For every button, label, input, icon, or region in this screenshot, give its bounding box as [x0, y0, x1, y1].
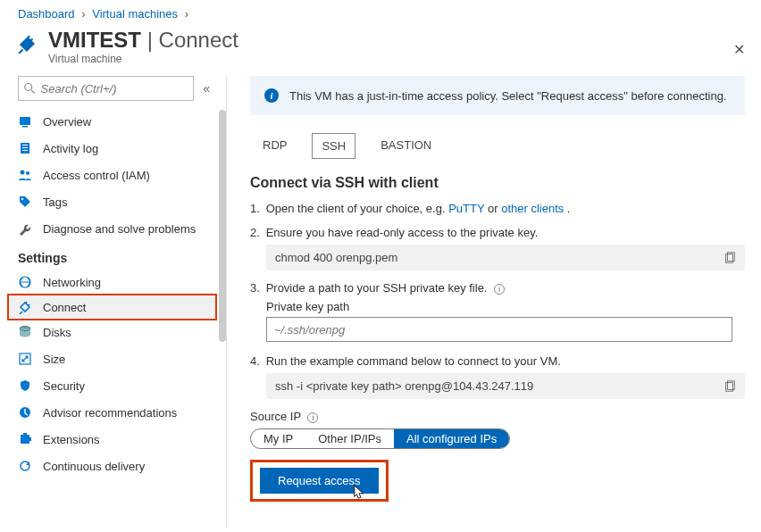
- sidebar-item-tags[interactable]: Tags: [0, 188, 226, 215]
- sidebar-item-connect[interactable]: Connect: [7, 294, 217, 320]
- sidebar-item-label: Extensions: [43, 433, 100, 446]
- chevron-right-icon: ›: [81, 7, 85, 21]
- sidebar-item-networking[interactable]: Networking: [0, 269, 226, 295]
- code-ssh: ssh -i <private key path> orenpg@104.43.…: [266, 373, 745, 399]
- step-4: 4. Run the example command below to conn…: [250, 354, 745, 399]
- svg-line-1: [31, 90, 35, 94]
- pill-all-configured-ips[interactable]: All configured IPs: [394, 429, 509, 448]
- sidebar-item-label: Connect: [43, 301, 86, 314]
- page-subtitle: Virtual machine: [48, 53, 238, 65]
- copy-icon[interactable]: [723, 380, 736, 393]
- svg-rect-5: [22, 145, 28, 145]
- ext-icon: [18, 432, 32, 446]
- svg-rect-16: [21, 435, 29, 444]
- sidebar-item-label: Networking: [43, 276, 101, 289]
- sidebar-item-size[interactable]: Size: [0, 345, 226, 372]
- sidebar-item-overview[interactable]: Overview: [0, 108, 226, 135]
- sidebar-item-label: Continuous delivery: [43, 460, 145, 473]
- chevron-right-icon: ›: [185, 7, 188, 21]
- sidebar-item-label: Size: [43, 353, 65, 366]
- breadcrumb: Dashboard › Virtual machines ›: [0, 0, 761, 24]
- svg-rect-6: [22, 147, 28, 148]
- tab-rdp[interactable]: RDP: [254, 133, 296, 159]
- copy-icon[interactable]: [723, 252, 736, 264]
- sidebar-item-label: Access control (IAM): [43, 169, 150, 182]
- breadcrumb-dashboard[interactable]: Dashboard: [18, 7, 75, 21]
- main-panel: i This VM has a just-in-time access poli…: [227, 76, 761, 528]
- svg-point-10: [21, 198, 23, 200]
- tag-icon: [18, 195, 32, 209]
- sidebar-item-access-control-iam-[interactable]: Access control (IAM): [0, 162, 226, 188]
- sidebar-item-label: Advisor recommendations: [43, 406, 177, 420]
- search-icon: [24, 82, 36, 95]
- log-icon: [18, 141, 32, 155]
- section-heading: Connect via SSH with client: [250, 175, 745, 191]
- info-bar-text: This VM has a just-in-time access policy…: [289, 89, 726, 103]
- net-icon: [18, 275, 32, 289]
- svg-rect-17: [23, 433, 27, 436]
- help-icon[interactable]: i: [307, 412, 318, 423]
- shield-icon: [18, 378, 32, 393]
- source-ip-row: Source IP i My IPOther IP/IPsAll configu…: [250, 410, 745, 449]
- svg-rect-7: [22, 150, 28, 151]
- svg-rect-2: [20, 117, 30, 125]
- sidebar-item-extensions[interactable]: Extensions: [0, 426, 226, 453]
- sidebar-item-label: Diagnose and solve problems: [43, 222, 196, 236]
- step-3: 3. Provide a path to your SSH private ke…: [250, 281, 745, 342]
- svg-rect-3: [22, 126, 28, 128]
- search-box[interactable]: [18, 76, 194, 101]
- sidebar-item-diagnose-and-solve-problems[interactable]: Diagnose and solve problems: [0, 215, 226, 242]
- svg-point-9: [26, 171, 29, 175]
- tabs: RDPSSHBASTION: [254, 133, 745, 159]
- source-ip-label: Source IP: [250, 410, 301, 423]
- tab-ssh[interactable]: SSH: [312, 133, 355, 159]
- sidebar-item-activity-log[interactable]: Activity log: [0, 135, 226, 162]
- cd-icon: [18, 459, 32, 473]
- pill-my-ip[interactable]: My IP: [251, 429, 305, 448]
- svg-rect-18: [29, 437, 31, 441]
- svg-point-0: [25, 83, 32, 90]
- disk-icon: [18, 325, 32, 339]
- breadcrumb-vms[interactable]: Virtual machines: [92, 7, 178, 21]
- chevron-left-double-icon[interactable]: «: [203, 81, 210, 96]
- link-other-clients[interactable]: other clients: [501, 202, 564, 215]
- sidebar-item-label: Security: [43, 379, 85, 393]
- search-input[interactable]: [41, 82, 188, 96]
- sidebar-item-continuous-delivery[interactable]: Continuous delivery: [0, 453, 226, 479]
- link-putty[interactable]: PuTTY: [448, 202, 484, 215]
- plug-icon: [16, 33, 39, 56]
- nav-section-settings: Settings: [0, 242, 226, 269]
- page-header: VMITEST | Connect Virtual machine: [0, 24, 761, 76]
- request-access-button[interactable]: Request access: [260, 468, 379, 494]
- sidebar-item-label: Activity log: [43, 142, 98, 155]
- sidebar-item-security[interactable]: Security: [0, 372, 226, 399]
- wrench-icon: [18, 221, 32, 236]
- private-key-input[interactable]: [266, 317, 732, 342]
- highlight-request-access: Request access: [250, 460, 389, 502]
- scrollbar-thumb[interactable]: [219, 110, 226, 342]
- plug-icon: [18, 300, 32, 314]
- code-chmod: chmod 400 orenpg.pem: [266, 245, 745, 270]
- sidebar-item-advisor-recommendations[interactable]: Advisor recommendations: [0, 399, 226, 426]
- help-icon[interactable]: i: [494, 284, 505, 295]
- vm-icon: [18, 114, 32, 129]
- step-2: 2. Ensure you have read-only access to t…: [250, 226, 745, 270]
- step-1: 1. Open the client of your choice, e.g. …: [250, 202, 745, 215]
- people-icon: [18, 168, 32, 182]
- info-icon: i: [264, 88, 279, 103]
- pill-other-ip-ips[interactable]: Other IP/IPs: [305, 429, 394, 448]
- sidebar: « OverviewActivity logAccess control (IA…: [0, 76, 227, 528]
- info-bar: i This VM has a just-in-time access poli…: [250, 76, 745, 115]
- tab-bastion[interactable]: BASTION: [372, 133, 440, 159]
- sidebar-item-disks[interactable]: Disks: [0, 319, 226, 345]
- sidebar-item-label: Overview: [43, 115, 91, 129]
- sidebar-item-label: Disks: [43, 326, 71, 339]
- page-title: VMITEST | Connect: [48, 28, 238, 53]
- advisor-icon: [18, 405, 32, 420]
- sidebar-item-label: Tags: [43, 195, 67, 209]
- source-ip-pills: My IPOther IP/IPsAll configured IPs: [250, 428, 510, 449]
- svg-point-8: [21, 170, 25, 175]
- size-icon: [18, 352, 32, 366]
- pk-label: Private key path: [266, 300, 745, 313]
- close-icon[interactable]: ✕: [733, 41, 745, 58]
